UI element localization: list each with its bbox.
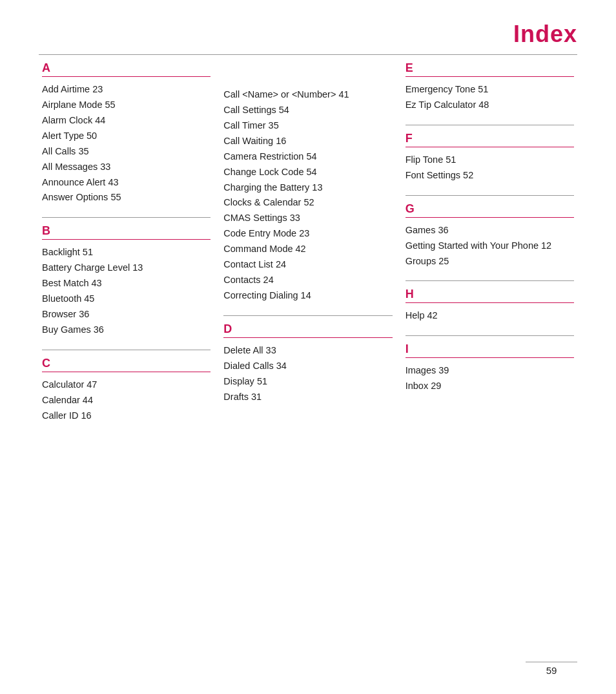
entry-calculator: Calculator 47 <box>42 377 210 393</box>
entry-buy-games: Buy Games 36 <box>42 322 210 338</box>
letter-e: E <box>406 61 574 75</box>
col3-rule-f <box>406 125 574 125</box>
section-c-header: C <box>42 357 210 372</box>
section-c-continued: Call <Name> or <Number> 41 Call Settings… <box>223 87 392 304</box>
page-rule <box>526 662 577 662</box>
section-a-header: A <box>42 61 210 77</box>
col3-rule-g <box>406 195 574 196</box>
entry-backlight: Backlight 51 <box>42 245 210 260</box>
section-h: H Help 42 <box>406 288 574 324</box>
page-title: Index <box>0 0 616 54</box>
section-e: E Emergency Tone 51 Ez Tip Calculator 48 <box>406 61 574 113</box>
column-2: Call <Name> or <Number> 41 Call Settings… <box>217 55 398 436</box>
entry-bluetooth: Bluetooth 45 <box>42 291 210 307</box>
section-g-header: G <box>406 202 574 218</box>
section-a: A Add Airtime 23 Airplane Mode 55 Alarm … <box>42 61 210 205</box>
col3-rule-i <box>406 335 574 336</box>
section-c-rule <box>42 372 210 372</box>
entry-best-match: Best Match 43 <box>42 276 210 291</box>
entry-help: Help 42 <box>406 308 574 324</box>
entry-display: Display 51 <box>223 374 392 390</box>
entry-airplane-mode: Airplane Mode 55 <box>42 98 210 113</box>
entry-correcting-dialing: Correcting Dialing 14 <box>223 288 392 304</box>
letter-i: I <box>406 342 574 356</box>
letter-d: D <box>223 322 392 336</box>
entry-groups: Groups 25 <box>406 254 574 269</box>
section-h-rule <box>406 302 574 303</box>
entry-answer-options: Answer Options 55 <box>42 190 210 205</box>
entry-getting-started: Getting Started with Your Phone 12 <box>406 238 574 254</box>
col2-rule-d <box>223 315 392 316</box>
entry-battery-charge: Battery Charge Level 13 <box>42 260 210 276</box>
section-h-header: H <box>406 288 574 303</box>
entry-browser: Browser 36 <box>42 307 210 322</box>
entry-ez-tip: Ez Tip Calculator 48 <box>406 98 574 113</box>
section-g: G Games 36 Getting Started with Your Pho… <box>406 202 574 269</box>
entry-change-lock-code: Change Lock Code 54 <box>223 165 392 180</box>
entry-clocks-calendar: Clocks & Calendar 52 <box>223 195 392 211</box>
col3-rule-h <box>406 280 574 281</box>
entry-all-calls: All Calls 35 <box>42 144 210 160</box>
section-d: D Delete All 33 Dialed Calls 34 Display … <box>223 322 392 405</box>
entry-font-settings: Font Settings 52 <box>406 168 574 184</box>
entry-delete-all: Delete All 33 <box>223 343 392 359</box>
index-columns: A Add Airtime 23 Airplane Mode 55 Alarm … <box>0 55 616 436</box>
section-e-rule <box>406 76 574 77</box>
entry-add-airtime: Add Airtime 23 <box>42 82 210 98</box>
entry-cmas-settings: CMAS Settings 33 <box>223 211 392 226</box>
section-i-rule <box>406 357 574 358</box>
section-d-header: D <box>223 322 392 338</box>
section-b-rule <box>42 239 210 240</box>
entry-dialed-calls: Dialed Calls 34 <box>223 359 392 374</box>
entry-contact-list: Contact List 24 <box>223 257 392 273</box>
entry-call-timer: Call Timer 35 <box>223 118 392 134</box>
entry-alert-type: Alert Type 50 <box>42 129 210 144</box>
entry-emergency-tone: Emergency Tone 51 <box>406 82 574 98</box>
column-3: E Emergency Tone 51 Ez Tip Calculator 48… <box>399 55 580 436</box>
section-f-rule <box>406 147 574 147</box>
section-d-rule <box>223 337 392 338</box>
section-c: C Calculator 47 Calendar 44 Caller ID 16 <box>42 357 210 424</box>
page-number: 59 <box>546 665 557 676</box>
entry-flip-tone: Flip Tone 51 <box>406 152 574 168</box>
section-b: B Backlight 51 Battery Charge Level 13 B… <box>42 224 210 338</box>
letter-b: B <box>42 224 210 238</box>
entry-call-name-or-number: Call <Name> or <Number> 41 <box>223 87 392 103</box>
letter-c: C <box>42 357 210 370</box>
entry-caller-id: Caller ID 16 <box>42 408 210 424</box>
entry-command-mode: Command Mode 42 <box>223 242 392 257</box>
entry-call-settings: Call Settings 54 <box>223 103 392 118</box>
entry-charging-battery: Charging the Battery 13 <box>223 180 392 196</box>
letter-a: A <box>42 61 210 75</box>
column-1: A Add Airtime 23 Airplane Mode 55 Alarm … <box>36 55 217 436</box>
letter-h: H <box>406 288 574 301</box>
entry-alarm-clock: Alarm Clock 44 <box>42 113 210 129</box>
entry-games: Games 36 <box>406 223 574 238</box>
entry-announce-alert: Announce Alert 43 <box>42 175 210 191</box>
entry-contacts: Contacts 24 <box>223 273 392 288</box>
entry-code-entry-mode: Code Entry Mode 23 <box>223 226 392 242</box>
entry-all-messages: All Messages 33 <box>42 160 210 175</box>
section-i: I Images 39 Inbox 29 <box>406 342 574 394</box>
section-f: F Flip Tone 51 Font Settings 52 <box>406 132 574 184</box>
section-g-rule <box>406 217 574 218</box>
section-e-header: E <box>406 61 574 77</box>
entry-inbox: Inbox 29 <box>406 379 574 394</box>
entry-camera-restriction: Camera Restriction 54 <box>223 149 392 165</box>
entry-call-waiting: Call Waiting 16 <box>223 134 392 149</box>
col1-rule-c <box>42 350 210 350</box>
page-number-container: 59 <box>526 662 577 676</box>
section-a-rule <box>42 76 210 77</box>
letter-f: F <box>406 132 574 145</box>
entry-drafts: Drafts 31 <box>223 390 392 405</box>
section-i-header: I <box>406 342 574 358</box>
entry-calendar: Calendar 44 <box>42 393 210 408</box>
section-f-header: F <box>406 132 574 147</box>
col1-rule-b <box>42 217 210 218</box>
section-b-header: B <box>42 224 210 240</box>
letter-g: G <box>406 202 574 216</box>
entry-images: Images 39 <box>406 363 574 379</box>
